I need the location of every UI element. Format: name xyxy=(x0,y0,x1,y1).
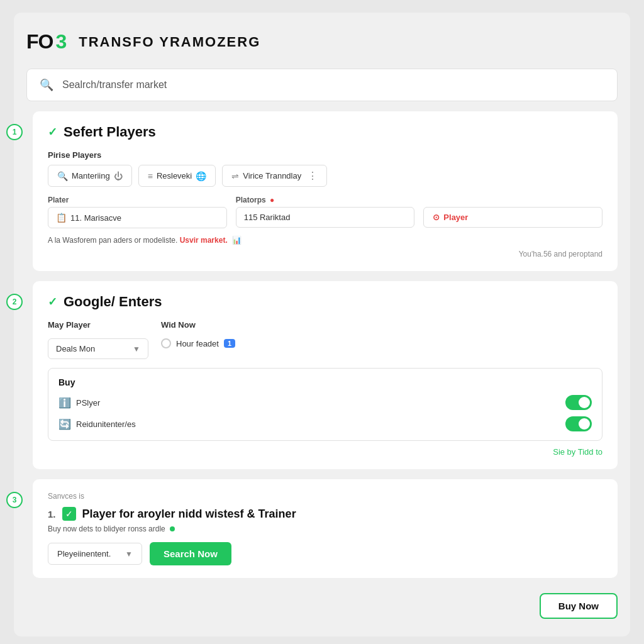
toggle-switch-2[interactable] xyxy=(565,416,592,431)
col-wid-now: Wid Now Hour feadet 1 xyxy=(161,320,235,359)
search-placeholder: Sealrch/transfer market xyxy=(62,79,167,91)
player-badge-icon: ⊙ xyxy=(433,213,440,222)
input-group-3: . ⊙ Player xyxy=(423,196,602,228)
toggle-row-2: 🔄 Reidunitenter/es xyxy=(58,416,592,431)
section1-chevron[interactable]: ✓ xyxy=(48,125,57,139)
section2-title: Google/ Enters xyxy=(64,294,162,310)
input2-field[interactable]: 115 Rariktad xyxy=(236,207,415,228)
section3-item-title: Player for aroyler nidd wistesf & Traine… xyxy=(82,508,296,521)
section3-item: 1. ✓ Player for aroyler nidd wistesf & T… xyxy=(48,507,602,521)
section3-dropdown[interactable]: Pleyeiinentent. ▼ xyxy=(48,543,142,565)
section1-sublabel: Pirise Players xyxy=(48,150,602,160)
col-may-player: May Player Deals Mon ▼ xyxy=(48,320,148,359)
logo-3: 3 xyxy=(55,30,66,53)
more-icon: ⋮ xyxy=(308,170,318,182)
toggle-switch-1[interactable] xyxy=(565,395,592,410)
player-badge-label: Player xyxy=(443,213,468,222)
pill-extra-1: ⏻ xyxy=(114,171,123,181)
search-bar[interactable]: 🔍 Sealrch/transfer market xyxy=(26,69,618,101)
section3-actions: Pleyeiinentent. ▼ Search Now xyxy=(48,542,602,565)
may-player-label: May Player xyxy=(48,320,148,330)
pill-icon-1: 🔍 xyxy=(57,171,68,181)
input-group-1: Plater 📋 11. Marisacve xyxy=(48,196,227,228)
select-value: Deals Mon xyxy=(56,344,95,353)
radio-group: Hour feadet 1 xyxy=(161,338,235,348)
hint-link[interactable]: Usvir market. xyxy=(180,236,228,245)
logo-subtitle: TRANSFO YRAMOZERG xyxy=(79,34,260,50)
header: FO3 TRANSFO YRAMOZERG xyxy=(26,25,618,58)
pill-icon-3: ⇌ xyxy=(231,171,239,181)
input-group-2: Platorps ● 115 Rariktad xyxy=(236,196,415,228)
search-icon: 🔍 xyxy=(40,78,53,92)
warning-dot: ● xyxy=(270,196,274,204)
right-hint: You'ha.56 and peroptand xyxy=(48,250,602,258)
toggle-row-1: ℹ️ PSlyer xyxy=(58,395,592,410)
toggle-label-2: Reidunitenter/es xyxy=(76,419,136,429)
input2-value: 115 Rariktad xyxy=(244,213,291,222)
buy-now-button[interactable]: Buy Now xyxy=(540,593,618,619)
hint-text: A la Wasforem pan aders or modeliste. Us… xyxy=(48,236,602,245)
page-container: FO3 TRANSFO YRAMOZERG 🔍 Sealrch/transfer… xyxy=(14,13,630,636)
logo-fo: FO xyxy=(26,30,53,53)
select-deals[interactable]: Deals Mon ▼ xyxy=(48,338,148,359)
step-3-number: 3 xyxy=(6,492,23,508)
section3-item-number: 1. xyxy=(48,509,56,519)
toggle-group: Buy ℹ️ PSlyer 🔄 Reidunitenter/es xyxy=(48,368,602,441)
pill-extra-2: 🌐 xyxy=(196,171,206,181)
section2-chevron[interactable]: ✓ xyxy=(48,295,57,309)
filter-pill-1[interactable]: 🔍 Manteriing ⏻ xyxy=(48,165,132,187)
input3-label: . xyxy=(423,196,602,204)
radio-label: Hour feadet xyxy=(176,339,219,348)
section3-checkbox[interactable]: ✓ xyxy=(62,507,76,521)
two-col: May Player Deals Mon ▼ Wid Now Hour fead… xyxy=(48,320,602,359)
filter-pill-2[interactable]: ≡ Resleveki 🌐 xyxy=(138,165,216,187)
step-1-number: 1 xyxy=(6,124,23,140)
bottom-bar: Buy Now xyxy=(26,588,618,624)
section2-header: ✓ Google/ Enters xyxy=(48,294,602,310)
section1-title: Sefert Players xyxy=(64,124,156,140)
toggle-item-1-label: ℹ️ PSlyer xyxy=(58,397,100,409)
input1-label: Plater xyxy=(48,196,227,204)
section2-footer: Sie by Tidd to xyxy=(48,447,602,457)
section3-top-label: Sanvces is xyxy=(48,492,602,501)
dropdown-arrow-icon: ▼ xyxy=(125,550,133,558)
toggle-label-1: PSlyer xyxy=(76,398,100,408)
toggle-item-2-label: 🔄 Reidunitenter/es xyxy=(58,418,136,430)
section1-header: ✓ Sefert Players xyxy=(48,124,602,140)
dropdown-value: Pleyeiinentent. xyxy=(57,549,111,558)
input1-field[interactable]: 📋 11. Marisacve xyxy=(48,207,227,228)
filter-row: 🔍 Manteriing ⏻ ≡ Resleveki 🌐 ⇌ Virice Tr… xyxy=(48,165,602,187)
logo: FO3 xyxy=(26,30,66,53)
pill-icon-2: ≡ xyxy=(148,171,153,181)
input1-value: 11. Marisacve xyxy=(70,213,121,223)
section3-subtitle: Buy now dets to blidyer ronss ardle xyxy=(48,525,602,533)
player-badge[interactable]: ⊙ Player xyxy=(423,207,602,228)
green-dot xyxy=(170,526,175,531)
select-arrow-icon: ▼ xyxy=(133,345,140,353)
wid-now-label: Wid Now xyxy=(161,320,235,330)
pill-label-1: Manteriing xyxy=(72,171,110,180)
hint-icon: 📊 xyxy=(232,236,242,245)
search-now-button[interactable]: Search Now xyxy=(150,542,231,565)
radio-circle[interactable] xyxy=(161,338,171,348)
toggle-icon-1: ℹ️ xyxy=(58,397,71,409)
section-1: ✓ Sefert Players Pirise Players 🔍 Manter… xyxy=(33,111,618,271)
pill-label-3: Virice Tranndlay xyxy=(243,171,301,180)
section-3: Sanvces is 1. ✓ Player for aroyler nidd … xyxy=(33,479,618,578)
toggle-icon-2: 🔄 xyxy=(58,418,71,430)
step-2-number: 2 xyxy=(6,294,23,310)
input-row: Plater 📋 11. Marisacve Platorps ● 115 Ra… xyxy=(48,196,602,228)
section-2: ✓ Google/ Enters May Player Deals Mon ▼ … xyxy=(33,281,618,469)
radio-badge: 1 xyxy=(224,339,235,348)
pill-label-2: Resleveki xyxy=(157,171,192,180)
toggle-group-title: Buy xyxy=(58,377,592,387)
input2-label: Platorps ● xyxy=(236,196,415,204)
filter-pill-3[interactable]: ⇌ Virice Tranndlay ⋮ xyxy=(222,165,327,187)
field-icon-1: 📋 xyxy=(56,213,67,223)
